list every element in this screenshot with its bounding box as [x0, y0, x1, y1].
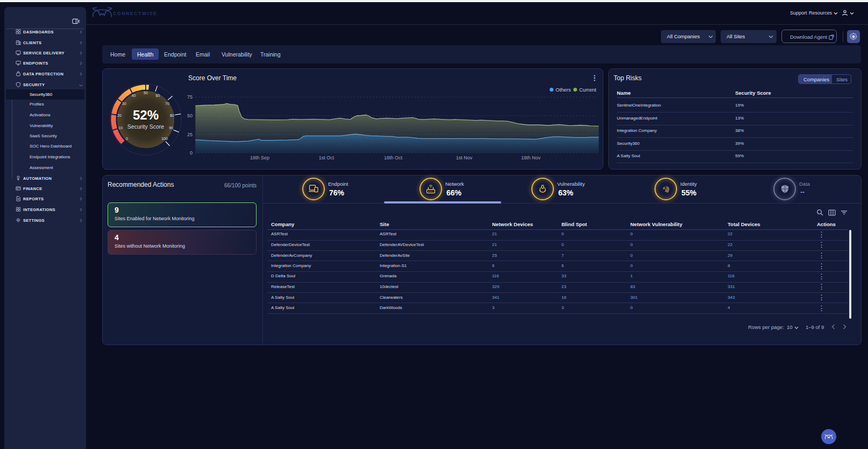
- svg-text:100: 100: [161, 137, 168, 141]
- svg-text:60: 60: [156, 94, 160, 97]
- svg-text:10: 10: [118, 126, 123, 130]
- svg-text:20: 20: [117, 114, 122, 117]
- svg-text:30: 30: [122, 102, 126, 106]
- svg-text:50: 50: [144, 91, 148, 95]
- svg-text:90: 90: [169, 126, 173, 130]
- svg-text:0: 0: [126, 137, 128, 141]
- svg-text:80: 80: [170, 114, 174, 117]
- svg-text:40: 40: [132, 94, 136, 97]
- svg-text:70: 70: [165, 102, 169, 106]
